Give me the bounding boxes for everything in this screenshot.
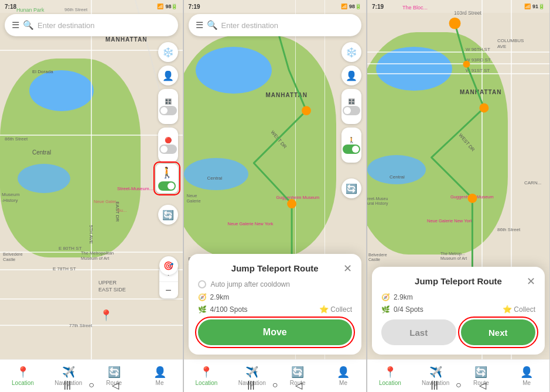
modal-title-3: Jump Teleport Route bbox=[415, 276, 502, 286]
zoom-out-btn-1[interactable]: − bbox=[159, 282, 178, 298]
status-bar-1: 7:18 📶 98🔋 bbox=[0, 0, 183, 13]
street-label-met: The MetropolitanMuseum of Art bbox=[81, 250, 114, 261]
compass-1[interactable]: 🎯 bbox=[159, 256, 178, 275]
hamburger-2[interactable]: ☰ bbox=[196, 20, 203, 30]
modal-panel-2: Jump Teleport Route ✕ Auto jump after co… bbox=[184, 254, 367, 359]
sys-home-3[interactable]: ○ bbox=[456, 380, 462, 391]
tool-toggle1-2[interactable]: 🎛️ bbox=[341, 89, 361, 124]
sys-bar-2: ||| ○ ◁ bbox=[184, 380, 367, 391]
walk-toggle-track[interactable] bbox=[158, 181, 176, 191]
sys-recent-1[interactable]: ◁ bbox=[112, 380, 119, 391]
street-label-upper: UPPEREAST SIDE bbox=[98, 280, 126, 293]
status-icons-3: 📶 91🔋 bbox=[524, 4, 545, 9]
sys-bar-1: ||| ○ ◁ bbox=[0, 380, 183, 391]
collect-star-2: ⭐ bbox=[319, 305, 329, 314]
collect-label-3: Collect bbox=[514, 305, 535, 314]
sys-recent-3[interactable]: ◁ bbox=[479, 380, 486, 391]
street-label-e78: E 78TH ST bbox=[53, 266, 76, 271]
central-label-2: Central bbox=[207, 176, 223, 181]
spots-row-3: 🌿 0/4 Spots ⭐ Collect bbox=[381, 305, 535, 314]
collect-btn-2[interactable]: ⭐ Collect bbox=[319, 305, 352, 314]
street-label-manhattan1: MANHATTAN bbox=[105, 36, 147, 43]
search-bar-1[interactable]: ☰ 🔍 Enter destination bbox=[5, 14, 178, 36]
auto-jump-label-2: Auto jump after cooldown bbox=[211, 280, 290, 288]
spots-info-3: 🌿 0/4 Spots bbox=[381, 305, 423, 314]
sys-back-3[interactable]: ||| bbox=[431, 380, 438, 391]
move-btn-2[interactable]: Move bbox=[198, 319, 353, 345]
nav-route-icon-1: 🔄 bbox=[108, 366, 121, 379]
tool-snowflake[interactable]: ❄️ bbox=[158, 42, 178, 62]
battery-2: 98🔋 bbox=[349, 4, 361, 9]
modal-card-2: Jump Teleport Route ✕ Auto jump after co… bbox=[189, 254, 362, 355]
nav-navigation-icon-2: ✈️ bbox=[245, 366, 258, 379]
distance-val-3: 2.9km bbox=[394, 293, 413, 301]
search-icon-2: 🔍 bbox=[207, 20, 218, 30]
sys-back-1[interactable]: ||| bbox=[64, 380, 71, 391]
auto-jump-radio-2[interactable] bbox=[198, 280, 206, 288]
sys-back-2[interactable]: ||| bbox=[247, 380, 254, 391]
modal-card-3: Jump Teleport Route ✕ 🧭 2.9km 🌿 0/4 Spot… bbox=[372, 267, 545, 355]
reset-btn-2[interactable]: 🔄 bbox=[341, 178, 361, 198]
tool-snowflake-2[interactable]: ❄️ bbox=[341, 42, 361, 62]
tool-walk-2[interactable]: 🚶 bbox=[341, 128, 361, 163]
spots-icon-2: 🌿 bbox=[198, 305, 207, 314]
btn-row-3: Last Next bbox=[381, 319, 535, 345]
status-bar-3: 7:19 📶 91🔋 bbox=[367, 0, 549, 13]
w93-label: W 93RD ST bbox=[466, 57, 491, 63]
manhattan-label-3: MANHATTAN bbox=[460, 89, 501, 95]
street-label-gug: Gu... bbox=[117, 208, 127, 213]
collect-btn-3[interactable]: ⭐ Collect bbox=[503, 305, 535, 314]
nav-me-icon-3: 👤 bbox=[520, 366, 533, 379]
modal-title-row-3: Jump Teleport Route ✕ bbox=[381, 276, 535, 286]
modal-close-2[interactable]: ✕ bbox=[343, 262, 352, 275]
sys-recent-2[interactable]: ◁ bbox=[295, 380, 302, 391]
columbus-label: COLUMBUSAVE bbox=[497, 38, 524, 49]
reset-btn-1[interactable]: 🔄 bbox=[158, 205, 178, 225]
marker-orange-1: 📍 bbox=[100, 309, 112, 322]
distance-val-2: 2.9km bbox=[210, 293, 230, 301]
search-placeholder-1[interactable]: Enter destination bbox=[37, 21, 95, 30]
street-label-pink1: Street-Museum... bbox=[117, 186, 153, 191]
nav-navigation-icon-3: ✈️ bbox=[429, 366, 442, 379]
status-bar-2: 7:19 📶 98🔋 bbox=[184, 0, 367, 13]
search-placeholder-2[interactable]: Enter destination bbox=[221, 21, 279, 30]
last-btn-3[interactable]: Last bbox=[381, 319, 456, 345]
modal-close-3[interactable]: ✕ bbox=[527, 275, 535, 288]
manhattan-label-2: MANHATTAN bbox=[266, 92, 308, 98]
side-toolbar-1: ❄️ 👤 🎛️ 🔴 bbox=[158, 42, 178, 163]
status-icons-2: 📶 98🔋 bbox=[341, 4, 361, 9]
signal-icon-1: 📶 bbox=[157, 4, 163, 9]
tool-toggle1[interactable]: 🎛️ bbox=[158, 89, 178, 124]
sys-home-1[interactable]: ○ bbox=[88, 380, 94, 391]
search-bar-2[interactable]: ☰ 🔍 Enter destination bbox=[189, 14, 362, 36]
next-btn-3[interactable]: Next bbox=[461, 319, 536, 345]
street-label-77: 77th Street bbox=[69, 323, 92, 328]
hamburger-1[interactable]: ☰ bbox=[12, 20, 19, 30]
collect-label-2: Collect bbox=[330, 305, 352, 314]
w91-label: W 91ST ST bbox=[466, 68, 490, 73]
tool-toggle2[interactable]: 🔴 bbox=[158, 128, 178, 163]
spots-val-2: 4/100 Spots bbox=[210, 305, 248, 314]
street-label-eldorado: El Dorada bbox=[32, 69, 53, 74]
nav-me-icon-1: 👤 bbox=[153, 366, 166, 379]
signal-icon-2: 📶 bbox=[341, 4, 347, 9]
nav-route-icon-2: 🔄 bbox=[291, 366, 304, 379]
spots-icon-3: 🌿 bbox=[381, 305, 390, 314]
nav-location-icon-2: 📍 bbox=[200, 366, 213, 379]
sys-home-2[interactable]: ○ bbox=[272, 380, 278, 391]
tool-avatar[interactable]: 👤 bbox=[158, 66, 178, 85]
nav-route-icon-3: 🔄 bbox=[474, 366, 487, 379]
tool-avatar-2[interactable]: 👤 bbox=[341, 66, 361, 85]
gug-label-3: Guggenheim Museum bbox=[450, 194, 494, 200]
modal-title-2: Jump Teleport Route bbox=[231, 263, 319, 273]
auto-jump-row-2: Auto jump after cooldown bbox=[198, 280, 353, 288]
walk-toggle-thumb bbox=[168, 183, 175, 190]
panel-1: Hunan Park 96th Street MANHATTAN El Dora… bbox=[0, 0, 183, 392]
distance-icon-2: 🧭 bbox=[198, 293, 207, 301]
street-label-museum-history: Museum-History bbox=[2, 192, 20, 203]
nav-navigation-icon-1: ✈️ bbox=[62, 366, 75, 379]
met-label-3: The Metrop...Museum of Art bbox=[440, 252, 467, 262]
signal-icon-3: 📶 bbox=[524, 4, 531, 9]
modal-panel-3: Jump Teleport Route ✕ 🧭 2.9km 🌿 0/4 Spot… bbox=[367, 267, 549, 359]
walk-toggle-container: 🚶 bbox=[156, 164, 178, 193]
